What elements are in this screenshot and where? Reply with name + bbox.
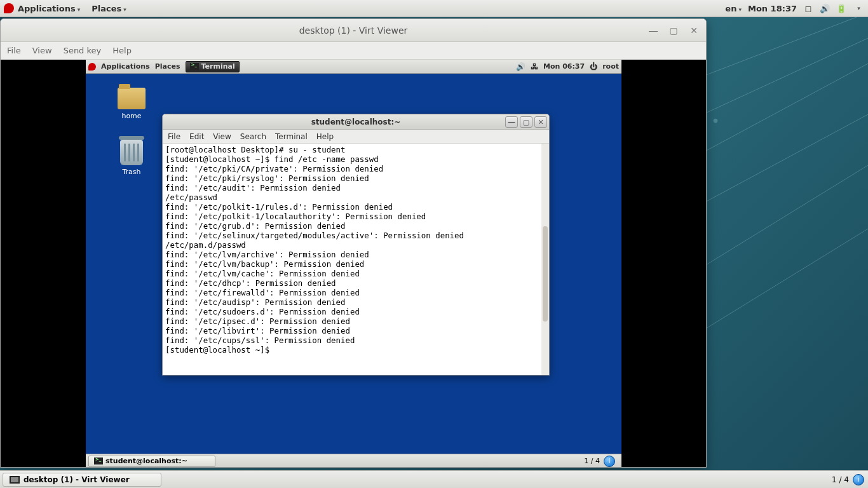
guest-workspace-switcher[interactable]: i	[604, 456, 615, 467]
battery-icon[interactable]: 🔋	[836, 3, 846, 13]
virt-viewer-window: desktop (1) - Virt Viewer ― ▢ ✕ File Vie…	[0, 18, 707, 468]
virt-viewer-title: desktop (1) - Virt Viewer	[299, 25, 408, 36]
window-icon	[10, 476, 20, 484]
terminal-scrollbar[interactable]	[541, 144, 549, 375]
trash-icon	[120, 140, 143, 165]
virt-viewer-titlebar[interactable]: desktop (1) - Virt Viewer ― ▢ ✕	[1, 19, 706, 42]
terminal-menu-file[interactable]: File	[168, 132, 180, 141]
terminal-menu-help[interactable]: Help	[316, 132, 334, 141]
terminal-titlebar[interactable]: student@localhost:~ ― ▢ ✕	[163, 114, 549, 130]
guest-places-menu[interactable]: Places	[155, 62, 180, 71]
terminal-menu-terminal[interactable]: Terminal	[275, 132, 308, 141]
guest-bottom-panel: student@localhost:~ 1 / 4 i	[86, 454, 621, 468]
guest-clock[interactable]: Mon 06:37	[543, 62, 585, 71]
places-menu[interactable]: Places	[92, 4, 126, 13]
vv-menu-sendkey[interactable]: Send key	[64, 46, 102, 55]
virt-viewer-display[interactable]: Applications Places Terminal 🔊 🖧 Mon 06:…	[1, 60, 706, 467]
desktop-icon-label: home	[121, 112, 141, 120]
terminal-icon	[190, 63, 199, 70]
guest-desktop: Applications Places Terminal 🔊 🖧 Mon 06:…	[86, 60, 621, 468]
letterbox-right	[621, 60, 707, 468]
terminal-menu-view[interactable]: View	[213, 132, 231, 141]
desktop-icon-trash[interactable]: Trash	[111, 140, 152, 176]
host-bottom-panel: desktop (1) - Virt Viewer 1 / 4 i	[0, 470, 868, 488]
guest-task-button[interactable]: student@localhost:~	[88, 456, 215, 467]
guest-applications-menu[interactable]: Applications	[101, 62, 150, 71]
terminal-menu-edit[interactable]: Edit	[189, 132, 204, 141]
guest-user-menu[interactable]: root	[602, 62, 619, 71]
guest-taskbar-terminal[interactable]: Terminal	[186, 61, 240, 72]
network-icon[interactable]: 🖧	[531, 62, 538, 71]
vv-menu-file[interactable]: File	[7, 46, 21, 55]
close-button[interactable]: ✕	[686, 23, 702, 38]
terminal-maximize-button[interactable]: ▢	[520, 116, 532, 128]
terminal-output[interactable]: [root@localhost Desktop]# su - student […	[163, 144, 549, 375]
guest-task-label: student@localhost:~	[105, 457, 187, 465]
guest-taskbar-terminal-label: Terminal	[201, 62, 235, 71]
folder-icon	[118, 88, 146, 109]
minimize-button[interactable]: ―	[645, 23, 661, 38]
terminal-menubar: File Edit View Search Terminal Help	[163, 130, 549, 144]
keyboard-layout-indicator[interactable]: en	[725, 4, 742, 13]
redhat-icon	[88, 63, 96, 71]
terminal-close-button[interactable]: ✕	[534, 116, 547, 128]
applications-menu[interactable]: Applications	[18, 4, 80, 13]
host-task-label: desktop (1) - Virt Viewer	[24, 475, 130, 484]
host-workspace-label: 1 / 4	[832, 475, 849, 484]
logout-icon[interactable]: ⏻	[590, 62, 597, 71]
system-menu-icon[interactable]	[853, 3, 863, 13]
host-top-panel: Applications Places en Mon 18:37 ◻ 🔊 🔋	[0, 0, 868, 17]
terminal-minimize-button[interactable]: ―	[505, 116, 518, 128]
wallpaper-lines	[703, 0, 868, 488]
clock[interactable]: Mon 18:37	[748, 4, 797, 13]
host-workspace-switcher[interactable]: i	[853, 474, 864, 485]
host-task-button[interactable]: desktop (1) - Virt Viewer	[3, 473, 161, 487]
letterbox-left	[1, 60, 86, 468]
accessibility-icon[interactable]: ◻	[803, 3, 813, 13]
maximize-button[interactable]: ▢	[665, 23, 682, 38]
terminal-title: student@localhost:~	[311, 118, 401, 126]
vv-menu-view[interactable]: View	[32, 46, 52, 55]
terminal-menu-search[interactable]: Search	[240, 132, 266, 141]
volume-icon[interactable]: 🔊	[516, 62, 526, 71]
volume-icon[interactable]: 🔊	[820, 3, 830, 13]
vv-menu-help[interactable]: Help	[112, 46, 132, 55]
guest-top-panel: Applications Places Terminal 🔊 🖧 Mon 06:…	[86, 60, 621, 74]
guest-workspace-label: 1 / 4	[584, 457, 600, 465]
scrollbar-thumb[interactable]	[543, 226, 548, 322]
redhat-icon	[4, 3, 14, 13]
terminal-window: student@localhost:~ ― ▢ ✕ File Edit View…	[162, 114, 550, 376]
virt-viewer-menubar: File View Send key Help	[1, 42, 706, 60]
desktop-icon-home[interactable]: home	[111, 88, 152, 120]
desktop-icon-label: Trash	[122, 168, 140, 176]
terminal-icon	[94, 458, 103, 464]
svg-point-0	[714, 119, 717, 123]
